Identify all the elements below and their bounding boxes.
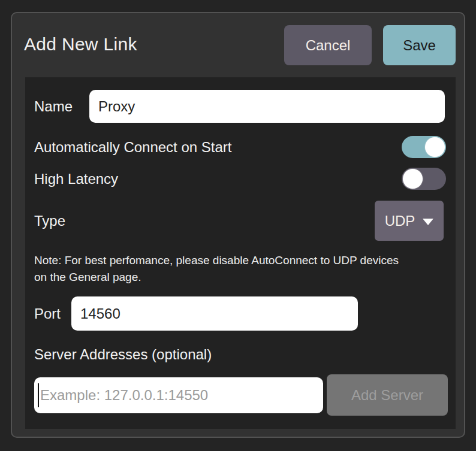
port-input[interactable] [71,296,358,331]
chevron-down-icon [423,219,433,225]
cancel-button[interactable]: Cancel [284,25,372,65]
high-latency-label: High Latency [34,171,118,187]
high-latency-row: High Latency [25,168,456,190]
add-server-button[interactable]: Add Server [327,374,448,416]
server-address-row: Add Server [25,374,456,416]
toggle-knob [425,137,445,157]
type-row: Type UDP [25,201,456,241]
page-title: Add New Link [24,34,137,55]
server-addresses-label: Server Addresses (optional) [34,346,212,363]
high-latency-toggle[interactable] [402,168,446,190]
type-label: Type [34,213,65,229]
port-row: Port [25,296,456,331]
text-cursor [38,383,39,407]
name-label: Name [34,98,73,115]
name-input[interactable] [89,90,445,123]
autoconnect-label: Automatically Connect on Start [34,139,232,156]
autoconnect-toggle[interactable] [402,136,446,158]
name-row: Name [25,90,456,123]
link-settings-panel: Name Automatically Connect on Start High… [25,77,456,429]
type-dropdown[interactable]: UDP [375,201,444,241]
udp-note: Note: For best perfomance, please disabl… [34,252,451,286]
server-addresses-label-row: Server Addresses (optional) [25,346,456,364]
port-label: Port [34,305,61,322]
autoconnect-row: Automatically Connect on Start [25,136,456,158]
save-button[interactable]: Save [383,25,456,65]
server-address-input[interactable] [34,377,323,413]
add-new-link-dialog: Add New Link Cancel Save Name Automatica… [11,12,465,438]
toggle-knob [403,169,423,189]
udp-note-line1: Note: For best perfomance, please disabl… [34,252,451,269]
type-dropdown-value: UDP [385,213,415,229]
udp-note-line2: on the General page. [34,269,451,286]
